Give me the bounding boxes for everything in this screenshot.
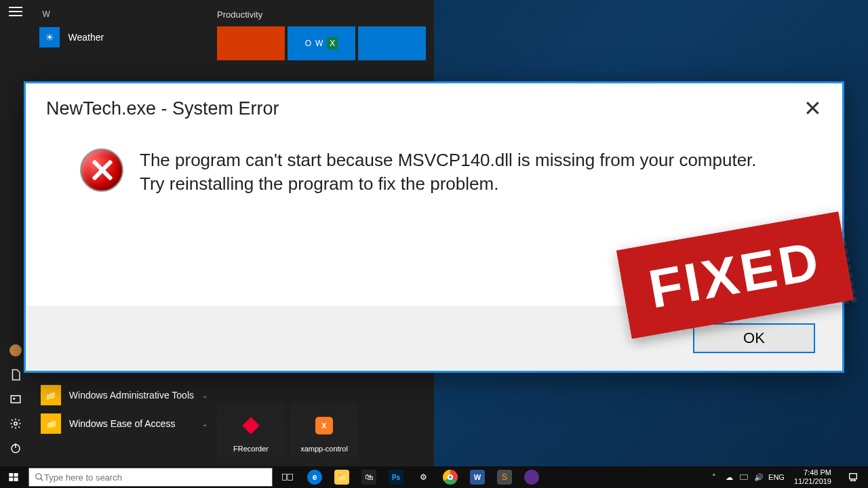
- tile-frecorder[interactable]: FRecorder: [217, 403, 285, 457]
- action-center-icon[interactable]: [841, 466, 865, 488]
- svg-rect-5: [9, 473, 13, 476]
- svg-rect-0: [11, 396, 20, 403]
- system-tray: ˄ ☁ 🔊 ENG 7:48 PM 11/21/2019: [706, 466, 868, 488]
- svg-rect-6: [14, 473, 18, 476]
- chevron-down-icon: ⌄: [202, 420, 208, 428]
- app-list-letter[interactable]: W: [31, 5, 209, 23]
- folder-icon: 📁: [41, 385, 61, 405]
- tray-language[interactable]: ENG: [768, 473, 785, 481]
- taskbar-search[interactable]: [28, 468, 273, 487]
- taskbar-settings[interactable]: ⚙: [410, 466, 437, 488]
- taskbar-clock[interactable]: 7:48 PM 11/21/2019: [789, 468, 837, 485]
- app-ease-of-access[interactable]: 📁 Windows Ease of Access ⌄: [33, 409, 216, 438]
- start-button[interactable]: [0, 466, 27, 488]
- search-icon: [35, 472, 44, 482]
- svg-rect-11: [283, 474, 287, 481]
- dialog-message: The program can't start because MSVCP140…: [140, 148, 784, 196]
- svg-rect-7: [9, 478, 13, 481]
- dialog-titlebar: NewTech.exe - System Error ✕: [26, 83, 842, 121]
- tile-label: xampp-control: [300, 445, 348, 453]
- blank-tile[interactable]: [358, 26, 426, 60]
- tray-network-icon[interactable]: [738, 472, 749, 483]
- app-label: Windows Administrative Tools: [69, 390, 194, 401]
- dialog-title: NewTech.exe - System Error: [46, 98, 279, 119]
- tile-xampp[interactable]: X xampp-control: [290, 403, 358, 457]
- app-label: Weather: [68, 32, 104, 43]
- outlook-icon: O: [305, 39, 311, 48]
- taskbar-sublime[interactable]: S: [491, 466, 518, 488]
- taskbar-edge[interactable]: e: [301, 466, 328, 488]
- app-label: Windows Ease of Access: [69, 418, 175, 429]
- pictures-icon[interactable]: [9, 393, 22, 405]
- svg-point-2: [14, 422, 18, 426]
- settings-gear-icon[interactable]: [9, 418, 22, 430]
- ok-button-label: OK: [743, 329, 765, 347]
- task-view-icon[interactable]: [274, 466, 301, 488]
- svg-rect-14: [850, 474, 857, 479]
- clock-date: 11/21/2019: [794, 477, 831, 486]
- power-icon[interactable]: [9, 442, 22, 454]
- frecorder-icon: [245, 407, 257, 445]
- svg-point-9: [36, 474, 41, 479]
- tray-onedrive-icon[interactable]: ☁: [724, 472, 734, 483]
- svg-point-1: [13, 398, 15, 400]
- tile-label: FRecorder: [233, 445, 269, 453]
- taskbar-explorer[interactable]: 📁: [328, 466, 355, 488]
- windows-logo-icon: [8, 472, 19, 483]
- word-icon: W: [315, 39, 323, 48]
- search-input[interactable]: [44, 472, 267, 483]
- office-apps-tile[interactable]: O W X: [288, 26, 355, 60]
- tray-chevron-icon[interactable]: ˄: [709, 472, 719, 483]
- app-admin-tools[interactable]: 📁 Windows Administrative Tools ⌄: [33, 381, 216, 409]
- svg-rect-8: [14, 478, 18, 481]
- taskbar-app[interactable]: [518, 466, 545, 488]
- folder-icon: 📁: [41, 413, 61, 434]
- taskbar: e 📁 🛍 Ps ⚙ W S ˄ ☁ 🔊 ENG 7:48 PM 11/21/2…: [0, 466, 868, 488]
- ok-button[interactable]: OK: [693, 323, 815, 353]
- taskbar-word[interactable]: W: [464, 466, 491, 488]
- svg-line-10: [41, 479, 43, 481]
- svg-rect-12: [288, 474, 293, 481]
- tiles-group-header[interactable]: Productivity: [217, 7, 426, 26]
- svg-rect-13: [741, 475, 748, 480]
- taskbar-chrome[interactable]: [437, 466, 464, 488]
- tray-volume-icon[interactable]: 🔊: [753, 472, 764, 483]
- documents-icon[interactable]: [9, 369, 22, 381]
- error-icon: [80, 148, 123, 192]
- excel-icon: X: [327, 37, 338, 49]
- weather-icon: ☀: [39, 27, 60, 47]
- taskbar-pinned: e 📁 🛍 Ps ⚙ W S: [274, 466, 545, 488]
- start-rail-bottom: [9, 344, 22, 460]
- chevron-down-icon: ⌄: [202, 392, 208, 399]
- taskbar-store[interactable]: 🛍: [355, 466, 382, 488]
- error-dialog: NewTech.exe - System Error ✕ The program…: [24, 81, 844, 373]
- hamburger-icon[interactable]: [9, 7, 22, 16]
- close-icon[interactable]: ✕: [804, 96, 822, 121]
- taskbar-photoshop[interactable]: Ps: [382, 466, 410, 488]
- app-weather[interactable]: ☀ Weather: [31, 23, 209, 52]
- user-avatar-icon[interactable]: [9, 344, 22, 357]
- clock-time: 7:48 PM: [794, 468, 831, 477]
- office-tile[interactable]: [217, 26, 285, 60]
- xampp-icon: X: [315, 407, 333, 445]
